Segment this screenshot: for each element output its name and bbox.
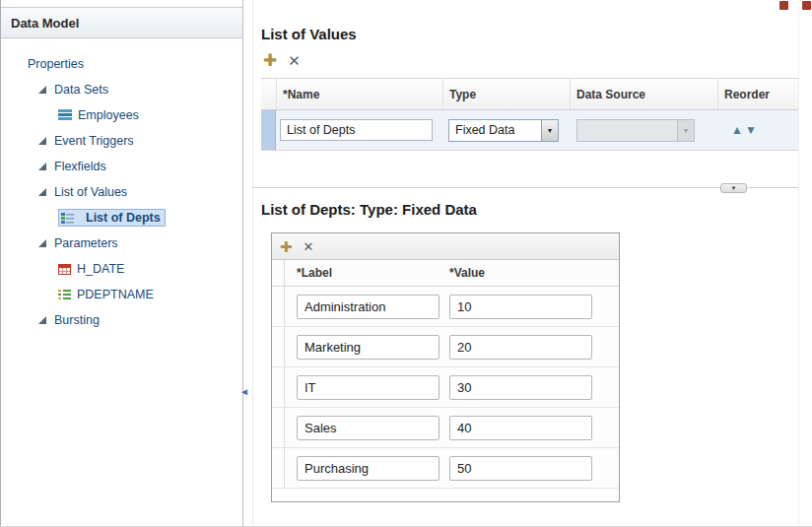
splitter-arrow-icon: ▼ xyxy=(731,185,737,191)
sidebar: Data Model Properties Data Sets Employee xyxy=(1,0,243,527)
type-select[interactable]: Fixed Data ▼ xyxy=(448,119,559,142)
lov-name-input[interactable] xyxy=(280,119,433,141)
label-input[interactable] xyxy=(297,335,440,360)
value-input[interactable] xyxy=(449,456,592,481)
column-header-data-source: Data Source xyxy=(570,79,717,109)
tree-item-label: PDEPTNAME xyxy=(77,288,154,301)
panel-padding xyxy=(272,489,619,501)
tree-item-employees[interactable]: Employees xyxy=(1,102,242,128)
tree-item-label: H_DATE xyxy=(77,262,124,276)
column-header-name: *Name xyxy=(276,79,442,109)
tree-item-label: Data Sets xyxy=(54,83,108,97)
expander-icon[interactable] xyxy=(38,316,46,324)
chevron-down-icon: ▼ xyxy=(547,127,554,134)
fixed-data-panel: ✚ ✕ *Label *Value xyxy=(271,232,620,502)
label-input[interactable] xyxy=(297,295,440,319)
splitter-handle[interactable]: ▼ xyxy=(720,183,747,193)
column-header-value: *Value xyxy=(442,260,619,286)
type-select-value: Fixed Data xyxy=(449,120,541,141)
reorder-up-button[interactable]: ▲ xyxy=(731,124,743,136)
detail-row[interactable] xyxy=(272,287,619,327)
scrollbar-track[interactable] xyxy=(798,0,812,527)
delete-icon[interactable]: ✕ xyxy=(288,53,301,68)
expander-icon[interactable] xyxy=(38,239,46,247)
expander-icon[interactable] xyxy=(38,137,46,145)
tree-item-h-date[interactable]: H_DATE xyxy=(1,256,242,282)
tree-item-list-of-values[interactable]: List of Values xyxy=(1,179,242,205)
column-header-type: Type xyxy=(442,79,570,109)
row-selector[interactable] xyxy=(272,367,285,407)
reorder-down-button[interactable]: ▼ xyxy=(745,124,757,136)
label-input[interactable] xyxy=(297,456,440,481)
tree-item-label: Employees xyxy=(78,108,139,122)
row-selector[interactable] xyxy=(272,287,285,326)
tree-item-label: Flexfields xyxy=(54,160,106,173)
window-control-icon[interactable] xyxy=(802,1,811,10)
expander-icon[interactable] xyxy=(38,163,46,170)
horizontal-splitter[interactable] xyxy=(252,187,798,188)
detail-row[interactable] xyxy=(272,367,619,408)
selected-tree-node[interactable]: List of Depts xyxy=(58,209,166,227)
row-selector[interactable] xyxy=(272,327,285,366)
value-input[interactable] xyxy=(449,295,592,319)
tree-item-list-of-depts[interactable]: List of Depts xyxy=(1,205,242,231)
row-selector[interactable] xyxy=(272,408,285,447)
tree-item-properties[interactable]: Properties xyxy=(1,51,242,77)
lov-table-header: *Name Type Data Source Reorder xyxy=(261,78,798,110)
dropdown-button[interactable]: ▼ xyxy=(541,120,558,141)
tree-item-label: Parameters xyxy=(54,236,118,250)
label-input[interactable] xyxy=(297,375,440,400)
value-input[interactable] xyxy=(449,335,592,360)
detail-toolbar: ✚ ✕ xyxy=(272,233,619,260)
window-control-icon[interactable] xyxy=(779,1,788,10)
data-model-editor: Data Model Properties Data Sets Employee xyxy=(0,0,812,527)
chevron-down-icon: ▼ xyxy=(683,127,690,134)
lov-list-icon xyxy=(61,212,74,224)
row-selector[interactable] xyxy=(272,448,285,488)
tree-item-label: Properties xyxy=(28,57,84,71)
calendar-icon xyxy=(58,263,71,275)
column-header-label: *Label xyxy=(285,260,442,286)
expander-icon[interactable] xyxy=(38,86,46,94)
header-gutter xyxy=(261,79,276,109)
detail-row[interactable] xyxy=(272,408,619,448)
tree-item-label: Event Triggers xyxy=(54,134,134,148)
data-source-select-value xyxy=(577,120,677,141)
tree-item-flexfields[interactable]: Flexfields xyxy=(1,154,242,179)
dataset-table-icon xyxy=(58,109,72,121)
tree-item-label: List of Depts xyxy=(86,211,161,225)
value-input[interactable] xyxy=(449,375,592,400)
lov-section-title: List of Values xyxy=(261,26,357,42)
header-gutter xyxy=(272,260,285,286)
value-input[interactable] xyxy=(449,416,592,440)
delete-icon[interactable]: ✕ xyxy=(304,240,314,253)
add-icon[interactable]: ✚ xyxy=(263,52,277,69)
detail-row[interactable] xyxy=(272,448,619,489)
tree-item-parameters[interactable]: Parameters xyxy=(1,231,242,256)
expander-icon[interactable] xyxy=(38,188,46,196)
detail-section-title: List of Depts: Type: Fixed Data xyxy=(261,201,477,218)
sidebar-title: Data Model xyxy=(11,16,79,31)
sidebar-splitter[interactable] xyxy=(244,0,253,527)
data-source-select: ▼ xyxy=(576,119,695,142)
tree-item-event-triggers[interactable]: Event Triggers xyxy=(1,128,242,154)
sidebar-collapse-icon[interactable]: ◄ xyxy=(239,386,249,397)
column-header-reorder: Reorder xyxy=(717,79,798,109)
detail-row[interactable] xyxy=(272,327,619,367)
tree-item-label: List of Values xyxy=(54,185,127,199)
lov-table-row[interactable]: Fixed Data ▼ ▼ ▲ ▼ xyxy=(261,110,798,151)
lov-toolbar: ✚ ✕ xyxy=(263,52,301,69)
tree-item-bursting[interactable]: Bursting xyxy=(1,307,242,333)
add-icon[interactable]: ✚ xyxy=(280,239,293,254)
row-selector[interactable] xyxy=(261,110,276,150)
label-input[interactable] xyxy=(297,416,440,440)
dropdown-button-disabled: ▼ xyxy=(677,120,694,141)
parameter-list-icon xyxy=(58,289,71,300)
tree-item-data-sets[interactable]: Data Sets xyxy=(1,77,242,102)
sidebar-header: Data Model xyxy=(1,7,242,38)
data-model-tree: Properties Data Sets Employees Eve xyxy=(1,38,242,333)
tree-item-pdeptname[interactable]: PDEPTNAME xyxy=(1,282,242,307)
detail-table-header: *Label *Value xyxy=(272,260,619,287)
tree-item-label: Bursting xyxy=(54,313,100,327)
lov-table: *Name Type Data Source Reorder Fixed Dat… xyxy=(261,78,798,151)
